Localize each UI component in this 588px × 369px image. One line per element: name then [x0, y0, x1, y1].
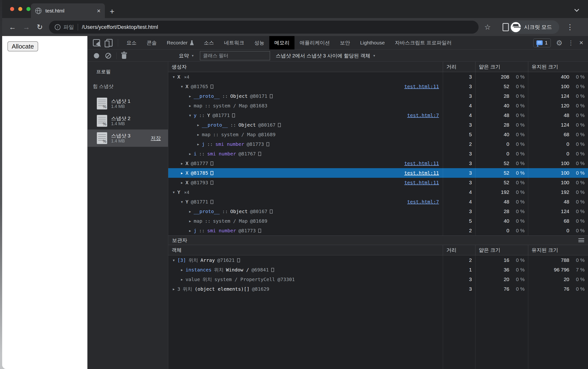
retained-size-value: 96 796 — [554, 267, 569, 273]
object-preview-icon[interactable] — [210, 84, 213, 89]
object-preview-icon[interactable] — [258, 152, 261, 156]
devtools-tab-자바스크립트 프로파일러[interactable]: 자바스크립트 프로파일러 — [390, 36, 457, 50]
source-link[interactable]: test.html:11 — [404, 170, 439, 176]
reload-button[interactable]: ↻ — [37, 23, 43, 31]
retainers-title: 보관자 — [172, 237, 187, 244]
grid-row[interactable]: ▼Y@81771test.html:74480 %480 % — [168, 197, 588, 207]
node-name: X — [186, 84, 188, 89]
object-preview-icon[interactable] — [210, 181, 213, 185]
grid-row[interactable]: ▶X@81785test.html:113520 %1000 % — [168, 168, 588, 178]
snapshot-item[interactable]: 스냅샷 31.4 MB저장 — [88, 130, 168, 147]
grid-row[interactable]: ▶__proto__::Object@801673280 %1240 % — [168, 120, 588, 130]
grid-row[interactable]: ▶X@81777test.html:113520 %1000 % — [168, 159, 588, 168]
devtools-tab-Lighthouse[interactable]: Lighthouse — [355, 36, 390, 50]
grid-row[interactable]: ▶map::system / Map@816895400 %680 % — [168, 216, 588, 226]
object-preview-icon[interactable] — [210, 162, 213, 165]
tab-search-chevron-icon[interactable] — [574, 7, 579, 12]
snapshot-item[interactable]: 스냅샷 11.4 MB — [88, 95, 168, 112]
source-link[interactable]: test.html:11 — [404, 180, 439, 185]
grid-row[interactable]: ▶3위치(object elements)[]@816293760 %760 % — [168, 284, 588, 294]
snapshot-item[interactable]: 스냅샷 21.4 MB — [88, 112, 168, 130]
grid-row[interactable]: ▶X@81793test.html:113520 %1000 % — [168, 178, 588, 187]
object-preview-icon[interactable] — [270, 94, 273, 98]
column-header[interactable]: 생성자 — [168, 62, 443, 72]
shallow-size-cell: 400 % — [475, 101, 528, 111]
object-preview-icon[interactable] — [258, 229, 261, 233]
browser-menu-button[interactable]: ⋮ — [566, 23, 574, 31]
page-info-icon[interactable]: i — [55, 24, 60, 30]
side-panel-icon[interactable] — [503, 23, 509, 31]
issues-button[interactable]: 1 — [533, 39, 551, 47]
devtools-tab-Recorder[interactable]: Recorder — [162, 36, 199, 50]
grid-row[interactable]: ▼y::Y@81771test.html:74480 %480 % — [168, 111, 588, 120]
grid-row[interactable]: ▶i::smi number@81767300 %00 % — [168, 149, 588, 159]
devtools-tab-보안[interactable]: 보안 — [335, 36, 355, 50]
column-header[interactable]: 유지된 크기 — [528, 62, 588, 72]
object-preview-icon[interactable] — [266, 142, 269, 146]
devtools-tab-메모리[interactable]: 메모리 — [269, 36, 294, 50]
forward-button[interactable]: → — [23, 23, 30, 31]
column-header[interactable]: 얕은 크기 — [475, 62, 528, 72]
grid-row[interactable]: ▼Y×441920 %1920 % — [168, 187, 588, 197]
grid-row[interactable]: ▶j::smi number@81773200 %00 % — [168, 226, 588, 236]
device-toolbar-icon[interactable] — [106, 39, 113, 47]
record-icon[interactable] — [94, 53, 99, 58]
grid-row[interactable]: ▶__proto__::Object@801713280 %1240 % — [168, 91, 588, 101]
view-select[interactable]: 요약 ▼ — [176, 52, 197, 59]
expanded-arrow-icon: ▼ — [178, 85, 186, 88]
grid-row[interactable]: ▶map::system / Map@816895400 %680 % — [168, 130, 588, 139]
column-header[interactable]: 거리 — [443, 245, 475, 255]
save-snapshot-link[interactable]: 저장 — [151, 135, 161, 142]
devtools-tab-애플리케이션[interactable]: 애플리케이션 — [294, 36, 335, 50]
column-header[interactable]: 얕은 크기 — [475, 245, 528, 255]
allocate-button[interactable]: Allocate — [8, 41, 38, 51]
devtools-tab-콘솔[interactable]: 콘솔 — [142, 36, 162, 50]
devtools-tab-요소[interactable]: 요소 — [121, 36, 142, 50]
new-tab-button[interactable]: + — [110, 7, 115, 16]
class-filter-input[interactable] — [200, 51, 270, 60]
source-link[interactable]: test.html:11 — [404, 161, 439, 166]
settings-gear-icon[interactable]: ⚙ — [556, 39, 563, 47]
grid-row[interactable]: ▼X@81765test.html:113520 %1000 % — [168, 82, 588, 91]
grid-row[interactable]: ▶instances위치Window /@698411360 %96 7967 … — [168, 265, 588, 275]
grid-row[interactable]: ▶value위치system / PropertyCell@733013200 … — [168, 275, 588, 284]
inspect-element-icon[interactable] — [93, 39, 100, 46]
delete-snapshot-icon[interactable] — [122, 54, 126, 59]
object-preview-icon[interactable] — [271, 268, 274, 272]
source-link[interactable]: test.html:7 — [407, 113, 439, 118]
menu-hamburger-icon[interactable] — [578, 238, 584, 242]
devtools-close-icon[interactable]: × — [579, 39, 583, 47]
grid-row[interactable]: ▼X×432080 %4000 % — [168, 72, 588, 82]
source-link[interactable]: test.html:11 — [404, 84, 439, 89]
maximize-button[interactable] — [26, 7, 30, 11]
bookmark-star-icon[interactable]: ☆ — [484, 23, 491, 31]
devtools-menu-icon[interactable]: ⋮ — [568, 39, 574, 47]
object-preview-icon[interactable] — [210, 171, 213, 175]
clear-profiles-icon[interactable] — [105, 53, 111, 59]
close-button[interactable] — [10, 7, 14, 11]
address-bar[interactable]: i 파일 /Users/yceffort/Desktop/test.html — [49, 21, 479, 34]
devtools-tab-소스[interactable]: 소스 — [199, 36, 219, 50]
devtools-tab-성능[interactable]: 성능 — [249, 36, 269, 50]
column-header[interactable]: 거리 — [443, 62, 475, 72]
back-button[interactable]: ← — [9, 23, 16, 31]
object-preview-icon[interactable] — [232, 113, 235, 117]
snapshot-range-select[interactable]: 스냅샷 2에서 스냅샷 3 사이에 할당된 객체 ▼ — [272, 52, 379, 59]
grid-row[interactable]: ▶__proto__::Object@801673280 %1240 % — [168, 207, 588, 216]
column-header[interactable]: 유지된 크기 — [528, 245, 588, 255]
column-header[interactable]: 객체 — [168, 245, 443, 255]
object-preview-icon[interactable] — [210, 200, 213, 204]
browser-tab[interactable]: test.html × — [31, 3, 105, 18]
devtools-tab-네트워크[interactable]: 네트워크 — [219, 36, 249, 50]
grid-row[interactable]: ▼[3]위치Array@716212160 %7880 % — [168, 255, 588, 265]
retained-size-value: 68 — [564, 218, 569, 224]
grid-row[interactable]: ▶map::system / Map@816834400 %1200 % — [168, 101, 588, 111]
object-preview-icon[interactable] — [237, 258, 240, 262]
minimize-button[interactable] — [18, 7, 22, 11]
object-preview-icon[interactable] — [270, 209, 273, 214]
tab-close-icon[interactable]: × — [97, 8, 101, 14]
grid-row[interactable]: ▶j::smi number@81773200 %00 % — [168, 139, 588, 149]
object-preview-icon[interactable] — [278, 123, 281, 127]
source-link[interactable]: test.html:7 — [407, 199, 439, 205]
grid-filler — [168, 294, 588, 369]
